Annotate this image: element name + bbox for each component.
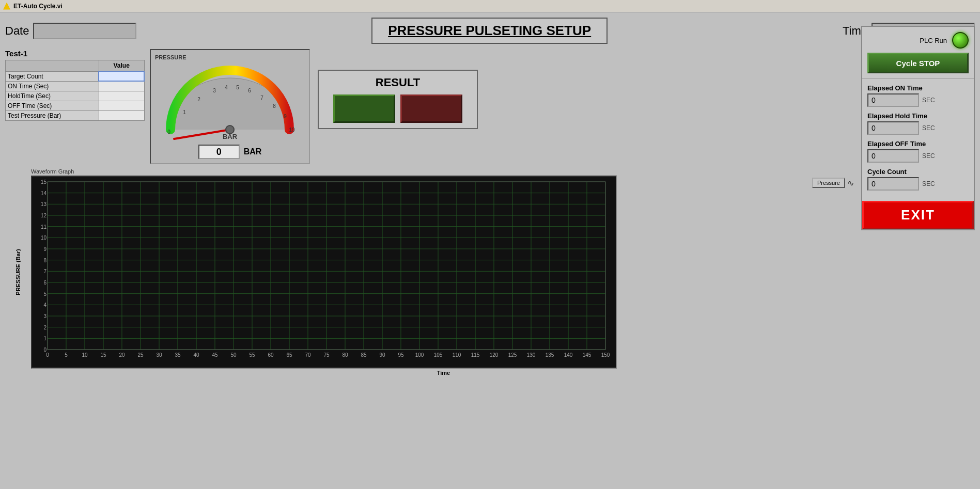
table-row: Target Count [6, 71, 145, 81]
elapsed-on-unit: SEC [922, 97, 935, 104]
svg-text:6: 6 [248, 88, 251, 93]
cycle-count-item: Cycle Count 0 SEC [867, 168, 969, 191]
exit-button[interactable]: EXIT [862, 201, 974, 229]
elapsed-on-row: 0 SEC [867, 93, 969, 107]
result-panel: RESULT [318, 70, 478, 129]
elapsed-off-unit: SEC [922, 152, 935, 160]
table-row: ON Time (Sec) [6, 81, 145, 91]
table-row: OFF Time (Sec) [6, 101, 145, 111]
elapsed-hold-item: Elapsed Hold Time 0 SEC [867, 112, 969, 135]
elapsed-off-value: 0 [867, 149, 919, 163]
param-label: OFF Time (Sec) [6, 101, 99, 111]
elapsed-hold-label: Elapsed Hold Time [867, 112, 969, 120]
elapsed-on-item: Elapsed ON Time 0 SEC [867, 84, 969, 107]
app-icon [3, 3, 10, 10]
left-panel: Test-1 Value Target CountON Time (Sec)Ho… [5, 49, 145, 164]
elapsed-section: Elapsed ON Time 0 SEC Elapsed Hold Time … [862, 79, 974, 201]
y-axis-label: PRESSURE (Bar) [15, 249, 21, 295]
control-panel: PLC Run Cycle STOP Elapsed ON Time 0 SEC… [861, 26, 975, 230]
param-label: ON Time (Sec) [6, 81, 99, 91]
param-value[interactable] [99, 71, 144, 81]
svg-text:2: 2 [197, 97, 200, 102]
table-row: HoldTime (Sec) [6, 91, 145, 101]
svg-text:5: 5 [236, 85, 239, 90]
panel-title: Test-1 [5, 49, 145, 58]
svg-text:4: 4 [225, 85, 228, 90]
main-title: PRESSURE PULSETING SETUP [388, 23, 591, 38]
params-table: Value Target CountON Time (Sec)HoldTime … [5, 60, 145, 121]
cycle-count-row: 0 SEC [867, 177, 969, 191]
col-header-value: Value [99, 60, 144, 72]
svg-text:BAR: BAR [223, 133, 238, 140]
elapsed-hold-value: 0 [867, 121, 919, 135]
param-label: Test Pressure (Bar) [6, 111, 99, 120]
gauge-label: PRESSURE [155, 54, 305, 60]
param-value[interactable] [99, 111, 144, 120]
title-bar: ET-Auto Cycle.vi [0, 0, 980, 12]
elapsed-hold-unit: SEC [922, 124, 935, 132]
param-label: HoldTime (Sec) [6, 91, 99, 101]
y-axis-label-wrapper: PRESSURE (Bar) [5, 168, 31, 376]
svg-text:10: 10 [289, 127, 295, 133]
graph-section: PRESSURE (Bar) Waveform Graph Pressure ∿… [5, 168, 975, 376]
waveform-canvas [31, 176, 617, 369]
svg-text:1: 1 [183, 109, 186, 115]
main-title-box: PRESSURE PULSETING SETUP [371, 18, 608, 44]
svg-text:9: 9 [284, 114, 287, 119]
param-value[interactable] [99, 101, 144, 111]
col-header-name [6, 60, 99, 72]
header-area: Date PRESSURE PULSETING SETUP Time [5, 18, 975, 44]
pressure-toggle-button[interactable]: Pressure [812, 178, 845, 188]
cycle-stop-button[interactable]: Cycle STOP [867, 53, 969, 73]
svg-text:3: 3 [213, 88, 216, 93]
result-red-button[interactable] [400, 94, 462, 123]
param-value[interactable] [99, 81, 144, 91]
svg-line-2 [174, 130, 230, 139]
date-section: Date [5, 23, 136, 39]
result-green-button[interactable] [333, 94, 395, 123]
title-bar-text: ET-Auto Cycle.vi [13, 3, 63, 10]
svg-text:7: 7 [260, 95, 263, 101]
param-label: Target Count [6, 71, 99, 81]
graph-with-controls: Pressure ∿ [31, 176, 856, 369]
cycle-count-label: Cycle Count [867, 168, 969, 176]
middle-area: Test-1 Value Target CountON Time (Sec)Ho… [5, 49, 975, 164]
plc-label: PLC Run [920, 37, 947, 44]
elapsed-on-label: Elapsed ON Time [867, 84, 969, 92]
svg-text:0: 0 [167, 129, 170, 135]
pressure-value: 0 [198, 145, 240, 159]
elapsed-off-label: Elapsed OFF Time [867, 140, 969, 148]
elapsed-off-item: Elapsed OFF Time 0 SEC [867, 140, 969, 163]
main-content: Date PRESSURE PULSETING SETUP Time Test-… [0, 12, 980, 489]
elapsed-on-value: 0 [867, 93, 919, 107]
pressure-readout: 0 BAR [155, 145, 305, 159]
plc-run-section: PLC Run Cycle STOP [862, 27, 974, 79]
graph-controls: Pressure ∿ [812, 178, 854, 188]
center-top: PRESSURE [150, 49, 975, 164]
graph-container: Waveform Graph Pressure ∿ Time [31, 168, 856, 376]
gauge-container: PRESSURE [150, 49, 310, 164]
table-row: Test Pressure (Bar) [6, 111, 145, 120]
pressure-unit: BAR [244, 147, 262, 156]
svg-text:8: 8 [273, 103, 276, 109]
wave-icon: ∿ [847, 178, 854, 188]
gauge-svg-wrapper: 0 1 2 3 4 5 6 7 8 9 10 BAR [155, 62, 305, 143]
elapsed-hold-row: 0 SEC [867, 121, 969, 135]
param-value[interactable] [99, 91, 144, 101]
waveform-label: Waveform Graph [31, 168, 856, 175]
cycle-count-unit: SEC [922, 180, 935, 187]
plc-led [952, 32, 969, 49]
date-input[interactable] [33, 23, 136, 39]
result-title: RESULT [329, 76, 466, 89]
result-buttons [329, 94, 466, 123]
plc-run-row: PLC Run [867, 32, 969, 49]
elapsed-off-row: 0 SEC [867, 149, 969, 163]
x-axis-label: Time [31, 370, 856, 376]
date-label: Date [5, 24, 29, 38]
cycle-count-value: 0 [867, 177, 919, 191]
gauge-svg: 0 1 2 3 4 5 6 7 8 9 10 BAR [158, 62, 302, 143]
